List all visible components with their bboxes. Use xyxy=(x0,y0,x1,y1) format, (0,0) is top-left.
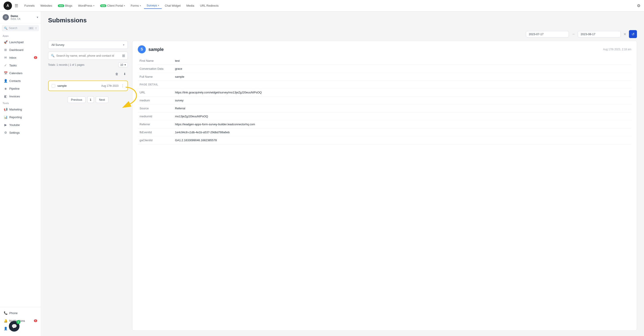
sidebar-item-profile[interactable]: 👤 Profile xyxy=(1,325,40,332)
nav-item-url-redirects[interactable]: URL Redirects xyxy=(198,3,221,9)
sidebar-item-phone[interactable]: 📞 Phone xyxy=(1,309,40,317)
nav-chevron-icon: ▾ xyxy=(93,4,94,7)
per-page-select[interactable]: 10 ▾ xyxy=(118,62,128,67)
notifications-icon: 🔔 xyxy=(4,319,8,323)
submission-dots-icon[interactable]: ⋮ xyxy=(121,84,124,88)
tools-section-label: Tools xyxy=(0,100,41,105)
nav-item-media[interactable]: Media xyxy=(184,3,197,9)
nav-item-wordpress[interactable]: WordPress▾ xyxy=(76,3,97,9)
nav-item-blogs[interactable]: NewBlogs xyxy=(55,3,75,9)
reporting-icon: 📊 xyxy=(4,115,8,119)
settings-gear-icon[interactable]: ⚙ xyxy=(637,3,640,8)
extra-value: mo13jeZgJ20euuNIPsOQ xyxy=(173,112,631,120)
sidebar-item-pipeline[interactable]: ◈ Pipeline xyxy=(1,85,40,92)
sidebar-item-phone-label: Phone xyxy=(9,312,18,315)
nav-item-websites[interactable]: Websites xyxy=(38,3,55,9)
date-end-input[interactable] xyxy=(578,31,621,37)
sidebar-item-reporting[interactable]: 📊 Reporting xyxy=(1,113,40,121)
apps-section-label: Apps xyxy=(0,33,41,38)
submission-date: Aug 17th 2023 xyxy=(101,84,118,87)
submission-search-box[interactable]: 🔍 ⊞ xyxy=(48,51,128,60)
submission-name: sample xyxy=(58,84,99,87)
sidebar-calendars-label: Calendars xyxy=(9,71,22,75)
account-switcher[interactable]: D Demo Irvine, CA ▾ xyxy=(0,11,41,23)
survey-select[interactable]: All Survey ▾ xyxy=(48,41,128,49)
chat-widget[interactable]: 💬 5 xyxy=(9,321,20,332)
extra-value: GA1.2.1633099046.1682385578 xyxy=(173,136,631,144)
field-value: grace xyxy=(173,65,631,73)
sidebar-item-tasks[interactable]: ✓ Tasks xyxy=(1,61,40,69)
submission-row[interactable]: sample Aug 17th 2023 ⋮ xyxy=(48,81,128,91)
detail-avatar: S xyxy=(138,45,146,53)
extra-value: https://leadgen-apps-form-survey-builder… xyxy=(173,120,631,128)
survey-select-value: All Survey xyxy=(52,43,64,46)
account-name: Demo xyxy=(11,14,35,18)
tasks-icon: ✓ xyxy=(4,63,8,67)
nav-chevron-icon: ▾ xyxy=(140,4,141,7)
extra-value: 1e4c94c8-c1db-4e1b-a537-29dbd788a6eb xyxy=(173,128,631,136)
submission-checkbox[interactable] xyxy=(52,84,55,88)
sidebar-inbox-label: Inbox xyxy=(9,56,16,59)
refresh-button[interactable]: ↺ xyxy=(629,30,637,38)
sidebar-search[interactable]: 🔍 Search ⌘K ↑ xyxy=(2,25,39,31)
sidebar-item-notifications[interactable]: 🔔 Notifications 5 xyxy=(1,317,40,325)
right-panel: S sample Aug 17th 2023, 2:18 am First Na… xyxy=(132,41,637,331)
next-button[interactable]: Next xyxy=(96,96,108,103)
date-clear-icon[interactable]: ✕ xyxy=(624,32,626,36)
launchpad-icon: 🚀 xyxy=(4,40,8,44)
search-label: Search xyxy=(9,26,27,30)
detail-fields-table: First NametestConversation DatagraceFull… xyxy=(138,57,631,81)
nav-item-forms[interactable]: Forms▾ xyxy=(128,3,144,9)
submission-list: sample Aug 17th 2023 ⋮ xyxy=(48,81,128,91)
sidebar-item-launchpad[interactable]: 🚀 Launchpad xyxy=(1,38,40,46)
sidebar-tools-list: 📢 Marketing 📊 Reporting ▶ Youtube ⚙ Sett… xyxy=(0,105,41,137)
chat-widget-button[interactable]: 💬 5 xyxy=(9,321,20,332)
sidebar-item-youtube[interactable]: ▶ Youtube xyxy=(1,121,40,129)
nav-chevron-icon: ▾ xyxy=(124,4,125,7)
top-nav: A ☰ FunnelsWebsitesNewBlogsWordPress▾New… xyxy=(0,0,644,11)
submission-search-input[interactable] xyxy=(56,54,120,57)
sidebar-item-settings[interactable]: ⚙ Settings xyxy=(1,129,40,136)
detail-extra-row: mediumIdmo13jeZgJ20euuNIPsOQ xyxy=(138,112,631,120)
sidebar-item-calendars[interactable]: 📅 Calendars xyxy=(1,69,40,77)
main-layout: D Demo Irvine, CA ▾ 🔍 Search ⌘K ↑ Apps 🚀… xyxy=(0,11,644,336)
extra-value: Referral xyxy=(173,104,631,112)
inbox-badge: 0 xyxy=(34,56,37,59)
sidebar-apps-list: 🚀 Launchpad ⊞ Dashboard ✉ Inbox 0 ✓ Task… xyxy=(0,38,41,100)
download-icon-btn[interactable]: ⬇ xyxy=(122,71,128,77)
sidebar-item-inbox[interactable]: ✉ Inbox 0 xyxy=(1,54,40,61)
sidebar-item-dashboard[interactable]: ⊞ Dashboard xyxy=(1,46,40,53)
date-arrow-icon: → xyxy=(572,32,575,36)
sidebar-item-marketing[interactable]: 📢 Marketing xyxy=(1,106,40,113)
sidebar-item-contacts[interactable]: 👤 Contacts xyxy=(1,77,40,84)
sidebar-dashboard-label: Dashboard xyxy=(9,48,24,51)
page-detail-section: page detail xyxy=(138,81,631,88)
nav-item-client-portal[interactable]: NewClient Portal▾ xyxy=(98,3,128,9)
pipeline-icon: ◈ xyxy=(4,86,8,90)
extra-value: survey xyxy=(173,96,631,104)
date-toolbar: → ✕ ↺ xyxy=(41,27,644,41)
sidebar-item-invoices[interactable]: ◧ Invoices xyxy=(1,92,40,100)
pagination: Previous 1 Next xyxy=(48,94,128,106)
extra-key: Referrer xyxy=(138,120,173,128)
sidebar-settings-label: Settings xyxy=(9,131,20,134)
content-area: Submissions → ✕ ↺ All Survey ▾ 🔍 ⊞ xyxy=(41,11,644,336)
date-start-input[interactable] xyxy=(526,31,569,37)
sidebar-launchpad-label: Launchpad xyxy=(9,40,24,44)
delete-icon-btn[interactable]: 🗑 xyxy=(114,71,120,77)
nav-item-surveys[interactable]: Surveys▾ xyxy=(144,2,162,9)
sidebar-reporting-label: Reporting xyxy=(9,116,22,119)
detail-extra-row: URLhttps://link.goacquirely.com/widget/s… xyxy=(138,88,631,96)
search-filter-icon[interactable]: ⊞ xyxy=(122,53,125,58)
nav-chevron-icon: ▾ xyxy=(158,4,159,7)
previous-button[interactable]: Previous xyxy=(68,96,86,103)
detail-extra-row: SourceReferral xyxy=(138,104,631,112)
detail-field-row: Conversation Datagrace xyxy=(138,65,631,73)
totals-label: Totals: 1 records | 1 of 1 pages xyxy=(48,63,84,66)
nav-item-chat-widget[interactable]: Chat Widget xyxy=(162,3,184,9)
hamburger-icon[interactable]: ☰ xyxy=(14,3,18,8)
page-header: Submissions xyxy=(41,11,644,27)
account-info: Demo Irvine, CA xyxy=(11,14,35,20)
youtube-icon: ▶ xyxy=(4,123,8,127)
nav-item-funnels[interactable]: Funnels xyxy=(22,3,37,9)
